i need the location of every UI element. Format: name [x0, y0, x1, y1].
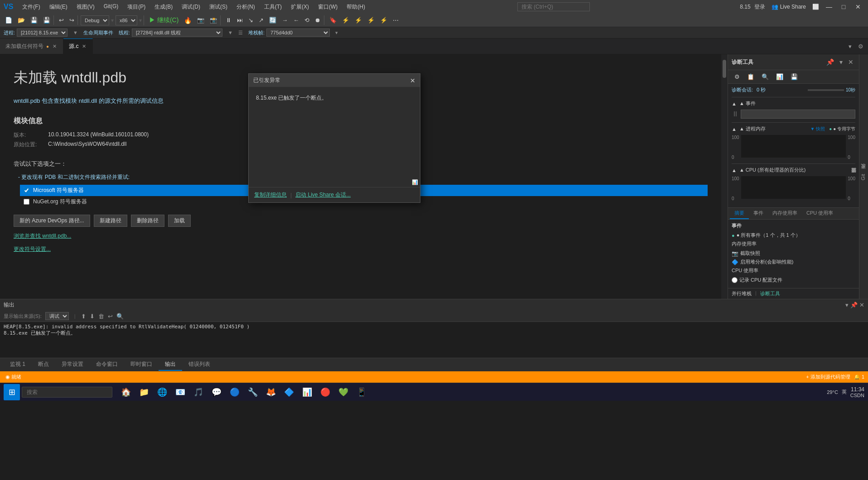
minimize-button[interactable]: — — [823, 2, 835, 11]
menu-view[interactable]: 视图(V) — [75, 2, 96, 12]
taskbar-app-green[interactable]: 💚 — [335, 384, 352, 400]
diag-search-btn[interactable]: 🔍 — [759, 72, 772, 82]
copy-details-link[interactable]: 复制详细信息 — [254, 191, 287, 199]
redo-btn[interactable]: ↪ — [67, 15, 77, 25]
taskbar-app-chart[interactable]: 📊 — [299, 384, 315, 400]
platform-select[interactable]: x86 — [116, 15, 137, 25]
menu-help[interactable]: 帮助(H) — [345, 2, 367, 12]
record-btn[interactable]: ⏺ — [313, 15, 323, 25]
output-close-btn[interactable]: ✕ — [859, 302, 864, 308]
bottom-tab-immediate[interactable]: 即时窗口 — [124, 359, 159, 371]
checkbox-nuget-input[interactable] — [24, 199, 29, 205]
start-button[interactable]: ⊞ — [4, 384, 20, 400]
checkbox-microsoft-input[interactable] — [24, 187, 29, 193]
menu-file[interactable]: 文件(F) — [20, 2, 42, 12]
restart-btn[interactable]: 📷 — [195, 15, 207, 25]
taskbar-app-red[interactable]: 🔴 — [317, 384, 333, 400]
diag-pin-btn[interactable]: 📌 — [825, 58, 836, 67]
notification-badge[interactable]: 🔔 1 — [854, 374, 864, 380]
diag-settings-btn[interactable]: ⚙ — [732, 72, 743, 82]
events-detail-header[interactable]: 事件 — [732, 222, 855, 229]
output-down-btn[interactable]: ⬇ — [90, 313, 95, 320]
nav4-btn[interactable]: ⚡ — [378, 15, 390, 25]
taskbar-app-explorer[interactable]: 📁 — [136, 384, 152, 400]
output-pin-btn[interactable]: 📌 — [850, 302, 858, 308]
diag-tab-events[interactable]: 事件 — [749, 208, 768, 219]
diag-cpu-btn[interactable]: 📊 — [773, 72, 786, 82]
tab-no-symbols[interactable]: 未加载任何符号 ● ✕ — [0, 38, 63, 54]
bottom-tab-errors[interactable]: 错误列表 — [182, 359, 217, 371]
taskbar-app-blue[interactable]: 🔵 — [227, 384, 243, 400]
menu-build[interactable]: 生成(B) — [153, 2, 174, 12]
more-btn[interactable]: ⋯ — [391, 15, 401, 25]
diag-tab-memory[interactable]: 内存使用率 — [768, 208, 802, 219]
new-path-btn[interactable]: 新建路径 — [94, 215, 127, 227]
taskbar-app-browser[interactable]: 🌐 — [154, 384, 170, 400]
live-share-button[interactable]: 👥 Live Share — [769, 3, 809, 11]
output-filter-btn[interactable]: 🔍 — [116, 313, 124, 320]
screenshot-btn[interactable]: 📸 — [207, 15, 219, 25]
thread-select[interactable]: [27284] ntdll.dll 线程 — [132, 29, 222, 37]
menu-tools[interactable]: 工具(T) — [262, 2, 284, 12]
time-slider[interactable] — [808, 89, 844, 91]
diag-close-btn[interactable]: ✕ — [846, 58, 855, 67]
reset-btn[interactable]: 🔄 — [267, 15, 279, 25]
output-source-select[interactable]: 调试 — [45, 312, 69, 320]
exception-close-btn[interactable]: ✕ — [410, 77, 415, 84]
diag-tab-cpu[interactable]: CPU 使用率 — [802, 208, 838, 219]
taskbar-app-music[interactable]: 🎵 — [190, 384, 207, 400]
maximize-button[interactable]: □ — [837, 2, 850, 11]
bottom-tab-exception[interactable]: 异常设置 — [55, 359, 90, 371]
menu-analyze[interactable]: 分析(N) — [235, 2, 257, 12]
nav2-btn[interactable]: ⚡ — [352, 15, 364, 25]
process-select[interactable]: [21012] 8.15.exe — [17, 29, 68, 37]
nav-btn[interactable]: ⚡ — [340, 15, 352, 25]
heap-option[interactable]: 🔷 启用堆分析(会影响性能) — [732, 259, 855, 265]
event-search-input[interactable] — [741, 110, 855, 119]
taskbar-app-chat[interactable]: 💬 — [208, 384, 225, 400]
output-clear-btn[interactable]: 🗑 — [98, 313, 104, 320]
bottom-tab-output[interactable]: 输出 — [159, 359, 182, 371]
editor-scrollbar[interactable] — [721, 54, 728, 299]
delete-path-btn[interactable]: 删除路径 — [131, 215, 164, 227]
cpu-record-radio[interactable] — [732, 277, 738, 283]
sidebar-tab-git[interactable]: Git 更改 — [858, 168, 868, 185]
stack-select[interactable]: 775d4dd0 — [266, 29, 330, 37]
memory-header[interactable]: ▲ ▲ 进程内存 ▼ 快照 ● ● 专用字节 — [732, 125, 855, 132]
tab-close-no-symbols[interactable]: ✕ — [52, 43, 58, 50]
cpu-header[interactable]: ▲ ▲ CPU (所有处理器的百分比) — [732, 167, 855, 173]
events-header[interactable]: ▲ ▲ 事件 — [732, 100, 855, 107]
sidebar-tab-explorer[interactable]: 资源管理器 — [849, 172, 858, 181]
menu-window[interactable]: 窗口(W) — [316, 2, 339, 12]
tab-source-c[interactable]: 源.c ✕ — [63, 38, 93, 54]
taskbar-app-diamond[interactable]: 🔷 — [281, 384, 297, 400]
taskbar-app-phone[interactable]: 📱 — [353, 384, 370, 400]
snapshot-option[interactable]: 📷 截取快照 — [732, 250, 855, 257]
diag-dropdown-btn[interactable]: ▾ — [838, 58, 844, 67]
memory-detail-header[interactable]: 内存使用率 — [732, 240, 855, 247]
taskbar-app-fox[interactable]: 🦊 — [263, 384, 279, 400]
cpu-record-option[interactable]: 记录 CPU 配置文件 — [732, 277, 855, 283]
nav3-btn[interactable]: ⚡ — [365, 15, 377, 25]
live-share-session-link[interactable]: 启动 Live Share 会话... — [295, 191, 351, 199]
menu-debug[interactable]: 调试(D) — [180, 2, 202, 12]
menu-extensions[interactable]: 扩展(X) — [289, 2, 311, 12]
bottom-tab-breakpoints[interactable]: 断点 — [32, 359, 55, 371]
tab-settings-btn[interactable]: ⚙ — [855, 41, 866, 52]
forward-btn[interactable]: → — [280, 15, 290, 25]
open-file-btn[interactable]: 📂 — [15, 15, 27, 25]
taskbar-app-file[interactable]: 🏠 — [118, 384, 134, 400]
output-dropdown-btn[interactable]: ▾ — [845, 302, 849, 308]
global-search[interactable] — [517, 2, 590, 11]
bottom-tab-watch[interactable]: 监视 1 — [4, 359, 32, 371]
login-btn[interactable]: 登录 — [754, 3, 765, 11]
taskbar-app-mail[interactable]: 📧 — [172, 384, 188, 400]
pause-btn[interactable]: ⏸ — [223, 15, 234, 25]
output-up-btn[interactable]: ⬆ — [81, 313, 86, 320]
change-settings-link[interactable]: 更改符号设置... — [14, 245, 708, 253]
menu-test[interactable]: 测试(S) — [207, 2, 229, 12]
cpu-detail-header[interactable]: CPU 使用率 — [732, 267, 855, 274]
step-into-btn[interactable]: ↘ — [246, 15, 256, 25]
save-btn[interactable]: 💾 — [28, 15, 40, 25]
new-file-btn[interactable]: 📄 — [3, 15, 14, 25]
